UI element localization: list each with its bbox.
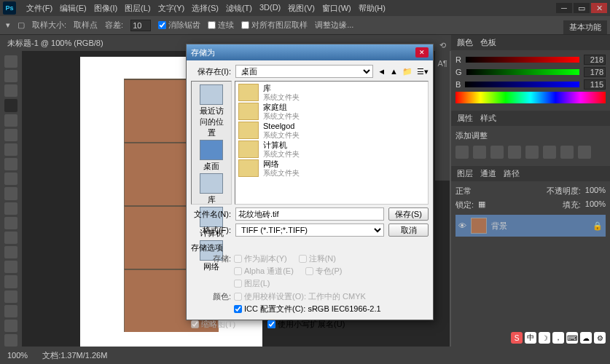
close-button[interactable]: ✕ bbox=[591, 3, 607, 13]
levels-adj-icon[interactable] bbox=[473, 146, 486, 159]
place-desktop[interactable]: 桌面 bbox=[196, 140, 227, 172]
curves-adj-icon[interactable] bbox=[490, 146, 504, 159]
opacity-value[interactable]: 100% bbox=[585, 186, 606, 197]
dodge-tool[interactable] bbox=[4, 246, 17, 258]
save-in-select[interactable]: 桌面 bbox=[235, 65, 373, 78]
list-item[interactable]: Steelgod系统文件夹 bbox=[237, 121, 426, 140]
list-item[interactable]: 家庭组系统文件夹 bbox=[237, 102, 426, 121]
color-spectrum[interactable] bbox=[455, 92, 606, 103]
paths-tab[interactable]: 路径 bbox=[504, 168, 520, 179]
sample-mode-icon[interactable]: ▢ bbox=[17, 20, 25, 30]
menu-filter[interactable]: 滤镜(T) bbox=[223, 1, 255, 15]
channels-tab[interactable]: 通道 bbox=[480, 168, 496, 179]
styles-tab[interactable]: 样式 bbox=[480, 113, 496, 124]
move-tool[interactable] bbox=[4, 55, 17, 68]
ime-cloud-icon[interactable]: ☁ bbox=[580, 332, 592, 344]
alpha-checkbox[interactable]: Alpha 通道(E) bbox=[234, 266, 294, 277]
antialias-checkbox[interactable]: 消除锯齿 bbox=[158, 20, 200, 31]
g-value[interactable]: 178 bbox=[584, 67, 606, 77]
menu-view[interactable]: 视图(V) bbox=[285, 1, 318, 15]
ime-cn-icon[interactable]: 中 bbox=[525, 332, 536, 344]
sample-size-value[interactable]: 取样点 bbox=[74, 20, 98, 31]
filename-input[interactable] bbox=[235, 207, 384, 221]
eraser-tool[interactable] bbox=[4, 202, 17, 215]
ime-logo-icon[interactable]: S bbox=[511, 332, 523, 344]
tool-preset-icon[interactable]: ▾ bbox=[6, 20, 10, 30]
g-slider[interactable] bbox=[466, 69, 579, 75]
workspace-switcher[interactable]: 基本功能 bbox=[563, 20, 607, 34]
menu-help[interactable]: 帮助(H) bbox=[356, 1, 388, 15]
balance-adj-icon[interactable] bbox=[560, 146, 574, 159]
swatches-tab[interactable]: 色板 bbox=[480, 37, 496, 48]
pen-tool[interactable] bbox=[4, 261, 17, 273]
gradient-tool[interactable] bbox=[4, 217, 17, 229]
fill-value[interactable]: 100% bbox=[585, 199, 606, 210]
document-tab[interactable]: 未标题-1 @ 100% (RGB/8) bbox=[7, 38, 103, 49]
brightness-adj-icon[interactable] bbox=[455, 146, 469, 159]
layers-tab[interactable]: 图层 bbox=[457, 168, 473, 179]
thumbnail-checkbox[interactable]: 缩略图(T) bbox=[191, 319, 235, 330]
blur-tool[interactable] bbox=[4, 232, 17, 244]
magic-wand-tool[interactable] bbox=[4, 99, 17, 111]
save-button[interactable]: 保存(S) bbox=[388, 207, 429, 221]
eyedropper-tool[interactable] bbox=[4, 129, 17, 141]
r-slider[interactable] bbox=[466, 57, 579, 63]
properties-tab[interactable]: 属性 bbox=[457, 113, 473, 124]
b-slider[interactable] bbox=[465, 82, 579, 87]
ime-moon-icon[interactable]: ☽ bbox=[539, 332, 550, 344]
lock-pixels-icon[interactable]: ▦ bbox=[478, 199, 485, 210]
type-tool[interactable] bbox=[4, 275, 17, 288]
dialog-close-button[interactable]: ✕ bbox=[415, 47, 429, 58]
layer-thumbnail[interactable] bbox=[471, 218, 487, 234]
menu-layer[interactable]: 图层(L) bbox=[122, 1, 153, 15]
icc-checkbox[interactable]: ICC 配置文件(C): sRGB IEC61966-2.1 bbox=[234, 304, 381, 314]
stamp-tool[interactable] bbox=[4, 173, 17, 185]
blend-mode-select[interactable]: 正常 bbox=[455, 186, 472, 197]
lowercase-ext-checkbox[interactable]: 使用小写扩展名(U) bbox=[267, 319, 345, 330]
place-libraries[interactable]: 库 bbox=[196, 173, 227, 205]
menu-edit[interactable]: 编辑(E) bbox=[57, 1, 90, 15]
doc-info[interactable]: 文档:1.37M/1.26M bbox=[42, 350, 107, 361]
menu-file[interactable]: 文件(F) bbox=[23, 1, 55, 15]
menu-image[interactable]: 图像(I) bbox=[91, 1, 120, 15]
b-value[interactable]: 115 bbox=[584, 79, 606, 90]
shape-tool[interactable] bbox=[4, 305, 17, 317]
zoom-value[interactable]: 100% bbox=[7, 351, 28, 360]
visibility-icon[interactable]: 👁 bbox=[458, 221, 466, 230]
layer-name[interactable]: 背景 bbox=[491, 221, 507, 232]
color-tab[interactable]: 颜色 bbox=[457, 37, 473, 48]
ime-keyboard-icon[interactable]: ⌨ bbox=[566, 332, 578, 344]
file-list[interactable]: 库系统文件夹 家庭组系统文件夹 Steelgod系统文件夹 计算机系统文件夹 网… bbox=[235, 81, 429, 205]
menu-3d[interactable]: 3D(D) bbox=[257, 1, 284, 15]
layer-row[interactable]: 👁 背景 🔒 bbox=[455, 215, 606, 237]
format-select[interactable]: TIFF (*.TIF;*.TIFF) bbox=[235, 223, 384, 237]
path-select-tool[interactable] bbox=[4, 290, 17, 303]
contiguous-checkbox[interactable]: 连续 bbox=[208, 20, 234, 31]
brush-tool[interactable] bbox=[4, 158, 17, 170]
cancel-button[interactable]: 取消 bbox=[388, 223, 429, 237]
proof-checkbox[interactable]: 使用校样设置(O): 工作中的 CMYK bbox=[234, 291, 381, 302]
new-folder-icon[interactable]: 📁 bbox=[402, 67, 412, 76]
tolerance-input[interactable] bbox=[130, 20, 151, 31]
marquee-tool[interactable] bbox=[4, 70, 17, 82]
place-recent[interactable]: 最近访问的位置 bbox=[196, 84, 227, 138]
up-icon[interactable]: ▲ bbox=[390, 67, 398, 76]
character-panel-icon[interactable]: A¶ bbox=[437, 59, 447, 68]
history-brush-tool[interactable] bbox=[4, 187, 17, 199]
list-item[interactable]: 库系统文件夹 bbox=[237, 83, 426, 102]
crop-tool[interactable] bbox=[4, 114, 17, 127]
all-layers-checkbox[interactable]: 对所有图层取样 bbox=[241, 20, 308, 31]
menu-select[interactable]: 选择(S) bbox=[189, 1, 222, 15]
vibrance-adj-icon[interactable] bbox=[525, 146, 539, 159]
menu-text[interactable]: 文字(Y) bbox=[155, 1, 188, 15]
r-value[interactable]: 218 bbox=[584, 55, 606, 65]
ime-settings-icon[interactable]: ⚙ bbox=[594, 332, 606, 344]
back-icon[interactable]: ◄ bbox=[378, 67, 386, 76]
zoom-tool[interactable] bbox=[4, 334, 17, 347]
history-panel-icon[interactable]: ⟲ bbox=[439, 41, 446, 50]
healing-tool[interactable] bbox=[4, 143, 17, 156]
exposure-adj-icon[interactable] bbox=[508, 146, 521, 159]
dialog-titlebar[interactable]: 存储为 ✕ bbox=[187, 44, 433, 60]
minimize-button[interactable]: ─ bbox=[556, 3, 572, 13]
spot-checkbox[interactable]: 专色(P) bbox=[305, 266, 343, 277]
